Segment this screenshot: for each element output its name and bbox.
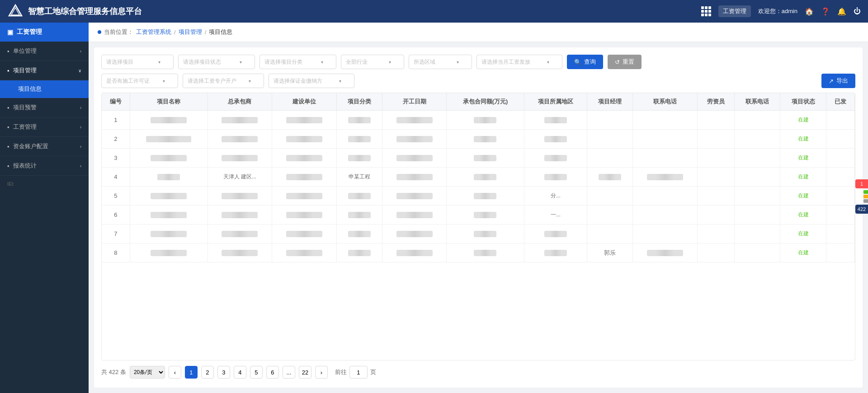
cell-start — [382, 225, 446, 243]
cell-phone — [633, 130, 697, 149]
cell-start — [382, 149, 446, 168]
help-icon[interactable]: ❓ — [821, 7, 830, 16]
sidebar-header-label: 工资管理 — [17, 28, 42, 36]
filter-salary-account[interactable]: 请选择工资专户开户 ▾ — [183, 74, 264, 88]
page-1-button[interactable]: 1 — [185, 366, 198, 379]
cell-owner — [272, 225, 336, 243]
cell-labor — [697, 111, 734, 130]
status-green-indicator — [863, 190, 868, 194]
sidebar-item-unit[interactable]: ▪ 单位管理 › — [0, 42, 89, 61]
next-page-button[interactable]: › — [315, 366, 328, 379]
filter-salary-month-chevron: ▾ — [547, 60, 549, 65]
total-count-badge[interactable]: 422 — [855, 205, 868, 214]
cell-status: 在建 — [780, 168, 826, 187]
cell-start — [382, 243, 446, 262]
cell-phone — [633, 225, 697, 243]
cell-area: 一... — [524, 206, 587, 225]
cell-name — [130, 149, 208, 168]
cell-owner — [272, 187, 336, 206]
page-3-button[interactable]: 3 — [217, 366, 230, 379]
cell-category — [336, 111, 382, 130]
page-label: 页 — [370, 368, 376, 376]
table-row: 1 在建 — [102, 111, 855, 130]
status-orange-indicator — [863, 195, 868, 198]
filter-row-1: 请选择项目 ▾ 请选择项目状态 ▾ 请选择项目分类 ▾ 全部行业 ▾ 所选区域 — [101, 55, 855, 69]
data-table-wrapper: 编号 项目名称 总承包商 建设单位 项目分类 开工日期 承包合同额(万元) 项目… — [101, 93, 855, 360]
main-layout: ▣ 工资管理 ▪ 单位管理 › ▪ 项目管理 ∨ 项目信息 ▪ 项目预警 — [0, 23, 868, 393]
cell-contractor — [208, 225, 272, 243]
sidebar-item-report[interactable]: ▪ 报表统计 › — [0, 156, 89, 176]
filter-industry[interactable]: 全部行业 ▾ — [341, 55, 404, 69]
filter-category[interactable]: 请选择项目分类 ▾ — [259, 55, 336, 69]
cell-status: 在建 — [780, 130, 826, 149]
sidebar-item-account[interactable]: ▪ 资金账户配置 › — [0, 137, 89, 156]
reset-button[interactable]: ↺ 重置 — [608, 55, 642, 69]
cell-name — [130, 243, 208, 262]
page-ellipsis[interactable]: ... — [283, 366, 295, 379]
col-category: 项目分类 — [336, 93, 382, 111]
prev-page-button[interactable]: ‹ — [169, 366, 181, 379]
cell-labor — [697, 243, 734, 262]
cell-amount — [447, 111, 524, 130]
filter-salary-month-text: 请选择当月工资发放 — [481, 58, 530, 66]
breadcrumb-item-2[interactable]: 项目管理 — [179, 28, 202, 36]
filter-area[interactable]: 所选区域 ▾ — [409, 55, 472, 69]
filter-area-text: 所选区域 — [414, 58, 435, 66]
sidebar-footer-text: IEt — [0, 176, 89, 192]
filter-status-text: 请选择项目状态 — [183, 58, 221, 66]
query-button[interactable]: 🔍 查询 — [567, 55, 603, 69]
goto-label: 前往 — [335, 368, 347, 376]
filter-project[interactable]: 请选择项目 ▾ — [101, 55, 174, 69]
page-6-button[interactable]: 6 — [266, 366, 279, 379]
pagination: 共 422 条 20条/页 50条/页 100条/页 ‹ 1 2 3 4 5 6… — [101, 360, 855, 380]
cell-status: 在建 — [780, 206, 826, 225]
sidebar-label-salary: 工资管理 — [13, 123, 37, 131]
power-icon[interactable]: ⏻ — [854, 7, 861, 15]
sidebar-item-project[interactable]: ▪ 项目管理 ∨ — [0, 61, 89, 80]
cell-status: 在建 — [780, 243, 826, 262]
sidebar-label-report: 报表统计 — [13, 162, 37, 170]
page-22-button[interactable]: 22 — [299, 366, 311, 379]
filter-status[interactable]: 请选择项目状态 ▾ — [178, 55, 255, 69]
table-row: 4 天津人 建区... 申某工程 在建 — [102, 168, 855, 187]
page-size-select[interactable]: 20条/页 50条/页 100条/页 — [130, 366, 165, 379]
cell-labor-phone — [735, 168, 780, 187]
header-left: 智慧工地综合管理服务信息平台 — [7, 3, 142, 19]
sidebar: ▣ 工资管理 ▪ 单位管理 › ▪ 项目管理 ∨ 项目信息 ▪ 项目预警 — [0, 23, 89, 393]
cell-start — [382, 168, 446, 187]
cell-owner — [272, 243, 336, 262]
cell-labor — [697, 206, 734, 225]
page-4-button[interactable]: 4 — [234, 366, 246, 379]
sidebar-label-account: 资金账户配置 — [13, 142, 48, 150]
cell-area — [524, 111, 587, 130]
cell-amount — [447, 206, 524, 225]
cell-id: 2 — [102, 130, 130, 149]
filter-category-chevron: ▾ — [321, 60, 323, 65]
filter-guarantee[interactable]: 请选择保证金缴纳方 ▾ — [269, 74, 354, 88]
building-icon: ▪ — [7, 48, 9, 55]
cell-issued — [826, 130, 854, 149]
page-2-button[interactable]: 2 — [201, 366, 214, 379]
table-row: 8 郭乐 在建 — [102, 243, 855, 262]
cell-labor — [697, 187, 734, 206]
filter-salary-month[interactable]: 请选择当月工资发放 ▾ — [476, 55, 562, 69]
cell-issued — [826, 111, 854, 130]
cell-labor — [697, 130, 734, 149]
goto-input[interactable] — [349, 366, 368, 379]
home-icon[interactable]: 🏠 — [805, 7, 814, 16]
sidebar-item-project-info[interactable]: 项目信息 — [0, 80, 89, 98]
export-button[interactable]: ↗ 导出 — [821, 74, 855, 88]
breadcrumb-item-1[interactable]: 工资管理系统 — [136, 28, 171, 36]
cell-owner — [272, 168, 336, 187]
col-manager: 项目经理 — [587, 93, 633, 111]
bell-icon[interactable]: 🔔 — [837, 7, 846, 16]
sidebar-item-project-warning[interactable]: ▪ 项目预警 › — [0, 98, 89, 117]
app-grid-icon[interactable] — [701, 6, 711, 16]
sidebar-item-salary[interactable]: ▪ 工资管理 › — [0, 117, 89, 137]
table-row: 7 在建 — [102, 225, 855, 243]
page-5-button[interactable]: 5 — [250, 366, 263, 379]
sidebar-label-project: 项目管理 — [13, 66, 37, 75]
cell-issued — [826, 225, 854, 243]
notification-badge[interactable]: 1 — [855, 179, 868, 188]
filter-permit[interactable]: 是否有施工许可证 ▾ — [101, 74, 178, 88]
